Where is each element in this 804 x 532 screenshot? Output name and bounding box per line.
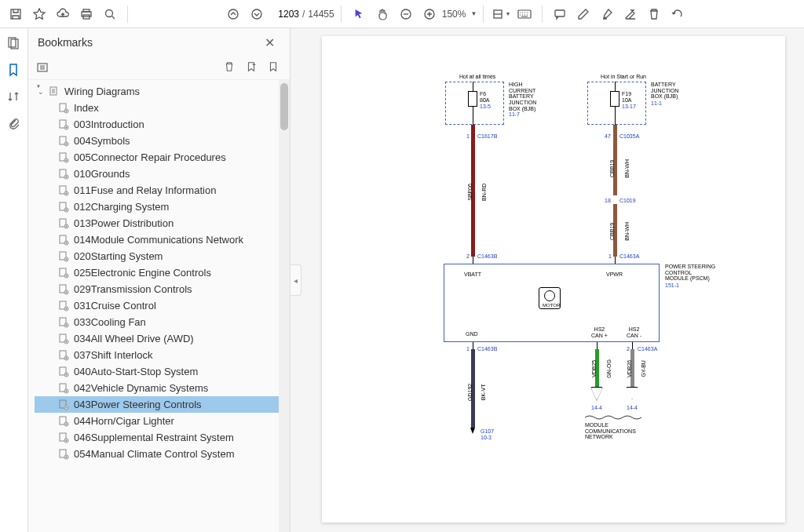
tree-item[interactable]: 003Introduction — [35, 116, 279, 133]
tree-item[interactable]: 029Transmission Controls — [35, 281, 279, 297]
tree-item[interactable]: 025Electronic Engine Controls — [35, 264, 279, 281]
tree-root[interactable]: ⌄Wiring Diagrams — [35, 83, 279, 100]
print-icon[interactable] — [75, 3, 97, 25]
close-icon[interactable]: ✕ — [258, 31, 280, 53]
top-toolbar: / 14455 150% ▼ ▼ — [0, 0, 804, 28]
pages-icon[interactable] — [6, 36, 22, 52]
comment-icon[interactable] — [549, 3, 571, 25]
attachment-icon[interactable] — [6, 116, 22, 132]
document-viewport[interactable]: ◂ Hot at all times Hot in Start or Run F… — [291, 28, 804, 532]
svg-point-4 — [106, 9, 113, 16]
highlight-icon[interactable] — [596, 3, 618, 25]
page-indicator: / 14455 — [269, 9, 334, 20]
side-rail — [0, 28, 28, 532]
zoom-in-icon[interactable] — [418, 3, 440, 25]
tree-item[interactable]: 042Vehicle Dynamic Systems — [35, 380, 279, 396]
delete-bookmark-icon[interactable] — [224, 61, 238, 75]
tree-item[interactable]: 010Grounds — [35, 166, 279, 182]
tree-item[interactable]: 044Horn/Cigar Lighter — [35, 413, 279, 429]
fit-icon[interactable]: ▼ — [490, 3, 512, 25]
tree-item[interactable]: 034All Wheel Drive (AWD) — [35, 330, 279, 347]
wiring-diagram: Hot at all times Hot in Start or Run F6 … — [322, 36, 785, 523]
pdf-page: Hot at all times Hot in Start or Run F6 … — [322, 36, 785, 523]
chevron-down-icon: ▼ — [470, 10, 477, 17]
tree-item[interactable]: 013Power Distribution — [35, 215, 279, 231]
search-icon[interactable] — [99, 3, 121, 25]
page-up-icon[interactable] — [222, 3, 244, 25]
svg-point-6 — [252, 9, 261, 19]
bookmark-menu-icon[interactable] — [268, 61, 282, 75]
page-down-icon[interactable] — [246, 3, 268, 25]
eraser-icon[interactable] — [619, 3, 641, 25]
add-bookmark-icon[interactable] — [246, 61, 260, 75]
tree-item[interactable]: 014Module Communications Network — [35, 231, 279, 248]
svg-point-5 — [228, 9, 238, 19]
panel-tools: ▼ — [28, 56, 290, 80]
tree-item[interactable]: 005Connector Repair Procedures — [35, 149, 279, 166]
tree-item[interactable]: 046Supplemental Restraint System — [35, 429, 279, 446]
tree-item[interactable]: 011Fuse and Relay Information — [35, 182, 279, 199]
tree-item[interactable]: 004Symbols — [35, 133, 279, 149]
zoom-out-icon[interactable] — [395, 3, 417, 25]
tree-item[interactable]: 020Starting System — [35, 248, 279, 264]
keyboard-icon[interactable] — [513, 3, 535, 25]
bookmarks-panel: Bookmarks ✕ ▼ ⌄Wiring DiagramsIndex003In… — [28, 28, 291, 532]
bookmark-icon[interactable] — [6, 63, 22, 78]
bookmark-tree[interactable]: ⌄Wiring DiagramsIndex003Introduction004S… — [28, 80, 279, 532]
cloud-up-icon[interactable] — [52, 3, 74, 25]
save-icon[interactable] — [5, 3, 27, 25]
svg-rect-11 — [555, 10, 565, 16]
pointer-icon[interactable] — [348, 3, 370, 25]
tree-item[interactable]: 043Power Steering Controls — [35, 396, 279, 413]
collapse-all-icon[interactable]: ▼ — [36, 61, 50, 75]
tree-item[interactable]: 040Auto-Start-Stop System — [35, 363, 279, 380]
collapse-panel-icon[interactable]: ◂ — [291, 264, 302, 296]
tree-item[interactable]: 033Cooling Fan — [35, 314, 279, 330]
pencil-icon[interactable] — [572, 3, 594, 25]
tree-item[interactable]: 012Charging System — [35, 199, 279, 215]
tree-item[interactable]: 054Manual Climate Control System — [35, 446, 279, 462]
tree-item[interactable]: Index — [35, 100, 279, 116]
tree-item[interactable]: 031Cruise Control — [35, 297, 279, 314]
hand-icon[interactable] — [371, 3, 393, 25]
undo-icon[interactable] — [667, 3, 689, 25]
zoom-display[interactable]: 150% ▼ — [442, 9, 477, 20]
swap-icon[interactable] — [6, 89, 22, 105]
panel-title: Bookmarks — [38, 36, 93, 49]
page-total: 14455 — [308, 9, 334, 20]
tree-item[interactable]: 037Shift Interlock — [35, 347, 279, 363]
page-input[interactable] — [269, 9, 299, 20]
trash-icon[interactable] — [643, 3, 665, 25]
tree-scrollbar[interactable] — [279, 80, 290, 532]
star-icon[interactable] — [28, 3, 50, 25]
